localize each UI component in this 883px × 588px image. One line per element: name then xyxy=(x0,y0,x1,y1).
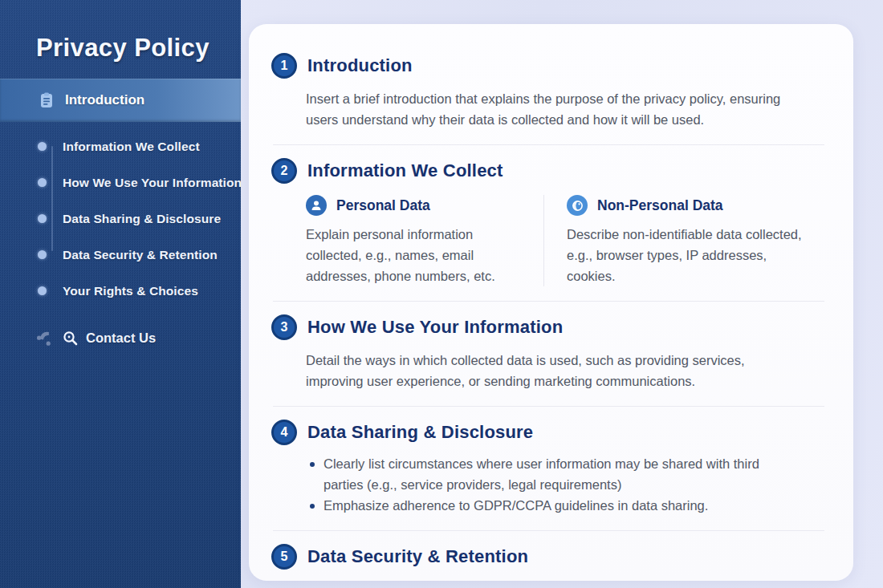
section-divider xyxy=(273,530,824,531)
sidebar-item-label: Information We Collect xyxy=(63,140,200,154)
column-title: Non-Personal Data xyxy=(597,197,723,214)
section-header: 4 Data Sharing & Disclosure xyxy=(271,420,826,445)
bullet-item: Describe measures taken to protect user … xyxy=(308,578,793,581)
column-body-text: Explain personal information collected, … xyxy=(306,224,523,286)
sidebar-item-contact-us[interactable]: Contact Us xyxy=(0,320,241,355)
bullet-item: Clearly list circumstances where user in… xyxy=(308,453,793,495)
sidebar-nav-list: Information We Collect How We Use Your I… xyxy=(0,128,241,309)
section-header: 1 Introduction xyxy=(271,53,826,79)
section-number-badge: 3 xyxy=(271,314,297,340)
column-title: Personal Data xyxy=(336,197,430,214)
section-number-badge: 1 xyxy=(271,53,297,79)
bullet-dot-icon xyxy=(38,178,47,187)
section-how-we-use-your-information: 3 How We Use Your Information Detail the… xyxy=(271,314,826,391)
section-data-sharing-disclosure: 4 Data Sharing & Disclosure Clearly list… xyxy=(271,420,826,516)
section-number-badge: 4 xyxy=(271,420,297,445)
bullet-list: Clearly list circumstances where user in… xyxy=(308,453,793,516)
section-information-we-collect: 2 Information We Collect Personal Data xyxy=(271,158,826,286)
column-body-text: Describe non-identifiable data collected… xyxy=(567,224,809,286)
person-icon xyxy=(306,195,327,216)
sidebar-nav: Introduction Information We Collect How … xyxy=(0,79,241,355)
section-header: 3 How We Use Your Information xyxy=(271,314,826,340)
column-header: Non-Personal Data xyxy=(567,195,809,216)
clipboard-icon xyxy=(38,91,55,109)
data-type-columns: Personal Data Explain personal informati… xyxy=(306,195,826,286)
section-title: How We Use Your Information xyxy=(307,317,563,338)
sidebar-item-label: Data Security & Retention xyxy=(63,248,218,262)
section-divider xyxy=(273,301,824,302)
section-data-security-retention: 5 Data Security & Retention Describe mea… xyxy=(271,544,826,581)
non-personal-data-column: Non-Personal Data Describe non-identifia… xyxy=(544,195,809,286)
sidebar-item-label: How We Use Your Information xyxy=(63,176,241,190)
sidebar: Privacy Policy Introduction xyxy=(0,0,241,588)
section-divider xyxy=(273,144,824,145)
sidebar-item-information-we-collect[interactable]: Information We Collect xyxy=(0,128,241,164)
section-number-badge: 5 xyxy=(271,544,297,570)
privacy-policy-page: Privacy Policy Introduction xyxy=(0,0,883,588)
section-header: 2 Information We Collect xyxy=(271,158,826,184)
sidebar-item-label: Contact Us xyxy=(86,330,156,346)
sidebar-item-label: Your Rights & Choices xyxy=(63,284,198,298)
section-title: Information We Collect xyxy=(307,160,503,181)
section-number-badge: 2 xyxy=(271,158,297,184)
column-header: Personal Data xyxy=(306,195,523,216)
sidebar-item-how-we-use-your-information[interactable]: How We Use Your Information xyxy=(0,164,241,201)
bullet-dot-icon xyxy=(38,214,47,223)
section-body-text: Detail the ways in which collected data … xyxy=(306,350,802,391)
section-title: Data Sharing & Disclosure xyxy=(307,422,533,443)
section-title: Introduction xyxy=(307,55,413,76)
personal-data-column: Personal Data Explain personal informati… xyxy=(306,195,543,286)
bullet-dot-icon xyxy=(38,142,47,151)
sidebar-item-your-rights-choices[interactable]: Your Rights & Choices xyxy=(0,273,241,309)
section-divider xyxy=(273,406,824,407)
sidebar-item-label: Introduction xyxy=(65,92,144,108)
magnifier-icon xyxy=(62,330,79,347)
section-introduction: 1 Introduction Insert a brief introducti… xyxy=(271,53,826,130)
section-header: 5 Data Security & Retention xyxy=(271,544,826,570)
bullet-item: Emphasize adherence to GDPR/CCPA guideli… xyxy=(308,495,793,516)
section-title: Data Security & Retention xyxy=(307,546,528,567)
bullet-dot-icon xyxy=(38,250,47,259)
sidebar-item-label: Data Sharing & Disclosure xyxy=(63,212,221,226)
sidebar-item-data-security-retention[interactable]: Data Security & Retention xyxy=(0,237,241,273)
sidebar-item-data-sharing-disclosure[interactable]: Data Sharing & Disclosure xyxy=(0,201,241,237)
bullet-list: Describe measures taken to protect user … xyxy=(308,578,793,581)
phone-icon xyxy=(35,328,55,347)
section-body-text: Insert a brief introduction that explain… xyxy=(306,88,802,130)
sidebar-item-introduction[interactable]: Introduction xyxy=(0,79,241,122)
globe-cookie-icon xyxy=(567,195,588,216)
policy-content-card: 1 Introduction Insert a brief introducti… xyxy=(249,24,853,581)
bullet-dot-icon xyxy=(38,286,47,295)
sidebar-title: Privacy Policy xyxy=(36,34,241,63)
